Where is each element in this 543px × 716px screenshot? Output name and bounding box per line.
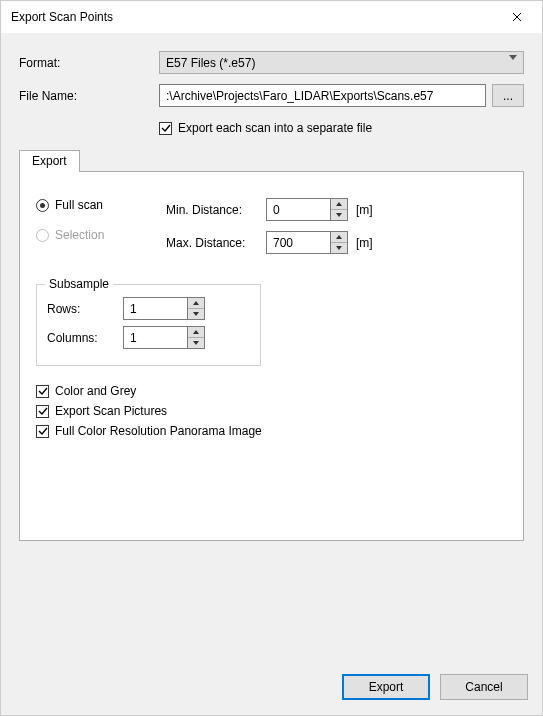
rows-spinner bbox=[123, 297, 205, 320]
panorama-label: Full Color Resolution Panorama Image bbox=[55, 424, 262, 438]
format-label: Format: bbox=[19, 56, 159, 70]
rows-down[interactable] bbox=[188, 309, 204, 319]
export-button-label: Export bbox=[369, 680, 404, 694]
tab-panel: Full scan Selection Min. Distance: bbox=[19, 171, 524, 541]
max-distance-label: Max. Distance: bbox=[166, 236, 266, 250]
distance-column: Min. Distance: [m] Max. Dis bbox=[166, 198, 507, 264]
titlebar: Export Scan Points bbox=[1, 1, 542, 33]
browse-label: ... bbox=[503, 89, 513, 103]
subsample-legend: Subsample bbox=[45, 277, 113, 291]
check-icon bbox=[38, 406, 48, 416]
export-pictures-label: Export Scan Pictures bbox=[55, 404, 167, 418]
radio-dot-icon bbox=[36, 199, 49, 212]
min-distance-spin-buttons bbox=[331, 198, 348, 221]
radio-column: Full scan Selection bbox=[36, 198, 166, 258]
arrow-down-icon bbox=[193, 341, 199, 345]
max-distance-spin-buttons bbox=[331, 231, 348, 254]
export-pictures-checkbox[interactable] bbox=[36, 405, 49, 418]
color-grey-row: Color and Grey bbox=[36, 384, 507, 398]
min-distance-row: Min. Distance: [m] bbox=[166, 198, 507, 221]
arrow-up-icon bbox=[193, 330, 199, 334]
dialog-body: Format: E57 Files (*.e57) File Name: ...… bbox=[1, 33, 542, 659]
columns-input[interactable] bbox=[123, 326, 188, 349]
arrow-up-icon bbox=[193, 301, 199, 305]
format-value: E57 Files (*.e57) bbox=[166, 56, 255, 70]
separate-file-label: Export each scan into a separate file bbox=[178, 121, 372, 135]
max-distance-input[interactable] bbox=[266, 231, 331, 254]
format-row: Format: E57 Files (*.e57) bbox=[19, 51, 524, 74]
max-distance-down[interactable] bbox=[331, 243, 347, 253]
tab-export[interactable]: Export bbox=[19, 150, 80, 172]
separate-file-row: Export each scan into a separate file bbox=[159, 121, 524, 135]
max-distance-row: Max. Distance: [m] bbox=[166, 231, 507, 254]
chevron-down-icon bbox=[509, 60, 517, 74]
cancel-button-label: Cancel bbox=[465, 680, 502, 694]
min-distance-up[interactable] bbox=[331, 199, 347, 210]
tab-host: Export Full scan Selection bbox=[19, 149, 524, 659]
rows-up[interactable] bbox=[188, 298, 204, 309]
max-distance-spinner bbox=[266, 231, 348, 254]
subsample-fieldset: Subsample Rows: Columns: bbox=[36, 284, 261, 366]
radio-selection-label: Selection bbox=[55, 228, 104, 242]
min-distance-label: Min. Distance: bbox=[166, 203, 266, 217]
filename-row: File Name: ... bbox=[19, 84, 524, 107]
filename-label: File Name: bbox=[19, 89, 159, 103]
format-select[interactable]: E57 Files (*.e57) bbox=[159, 51, 524, 74]
rows-spin-buttons bbox=[188, 297, 205, 320]
radio-full-label: Full scan bbox=[55, 198, 103, 212]
close-icon bbox=[512, 12, 522, 22]
panorama-checkbox[interactable] bbox=[36, 425, 49, 438]
rows-input[interactable] bbox=[123, 297, 188, 320]
radio-full-scan[interactable]: Full scan bbox=[36, 198, 166, 212]
export-button[interactable]: Export bbox=[342, 674, 430, 700]
arrow-down-icon bbox=[336, 246, 342, 250]
max-distance-unit: [m] bbox=[356, 236, 373, 250]
rows-label: Rows: bbox=[47, 302, 123, 316]
check-icon bbox=[161, 123, 171, 133]
cancel-button[interactable]: Cancel bbox=[440, 674, 528, 700]
columns-up[interactable] bbox=[188, 327, 204, 338]
columns-row: Columns: bbox=[47, 326, 250, 349]
export-dialog: Export Scan Points Format: E57 Files (*.… bbox=[0, 0, 543, 716]
arrow-up-icon bbox=[336, 235, 342, 239]
scan-options-row: Full scan Selection Min. Distance: bbox=[36, 198, 507, 264]
check-icon bbox=[38, 426, 48, 436]
separate-file-checkbox[interactable] bbox=[159, 122, 172, 135]
color-grey-label: Color and Grey bbox=[55, 384, 136, 398]
arrow-down-icon bbox=[193, 312, 199, 316]
max-distance-up[interactable] bbox=[331, 232, 347, 243]
columns-spinner bbox=[123, 326, 205, 349]
color-grey-checkbox[interactable] bbox=[36, 385, 49, 398]
columns-label: Columns: bbox=[47, 331, 123, 345]
check-icon bbox=[38, 386, 48, 396]
columns-spin-buttons bbox=[188, 326, 205, 349]
tab-strip: Export bbox=[19, 149, 524, 171]
radio-dot-icon bbox=[36, 229, 49, 242]
rows-row: Rows: bbox=[47, 297, 250, 320]
min-distance-spinner bbox=[266, 198, 348, 221]
min-distance-down[interactable] bbox=[331, 210, 347, 220]
min-distance-unit: [m] bbox=[356, 203, 373, 217]
dialog-footer: Export Cancel bbox=[1, 659, 542, 715]
tab-export-label: Export bbox=[32, 154, 67, 168]
close-button[interactable] bbox=[494, 2, 540, 32]
arrow-up-icon bbox=[336, 202, 342, 206]
panorama-row: Full Color Resolution Panorama Image bbox=[36, 424, 507, 438]
window-title: Export Scan Points bbox=[11, 10, 494, 24]
filename-input[interactable] bbox=[159, 84, 486, 107]
min-distance-input[interactable] bbox=[266, 198, 331, 221]
export-pictures-row: Export Scan Pictures bbox=[36, 404, 507, 418]
arrow-down-icon bbox=[336, 213, 342, 217]
browse-button[interactable]: ... bbox=[492, 84, 524, 107]
columns-down[interactable] bbox=[188, 338, 204, 348]
radio-selection: Selection bbox=[36, 228, 166, 242]
